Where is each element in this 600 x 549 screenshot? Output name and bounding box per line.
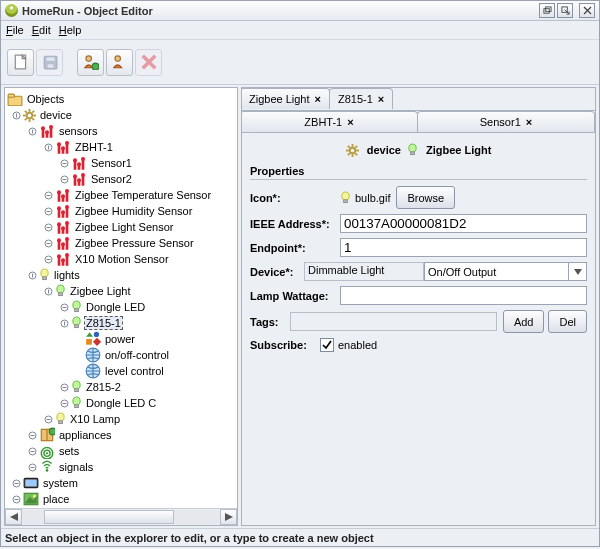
hscrollbar[interactable] xyxy=(5,508,237,525)
expand-icon[interactable] xyxy=(9,492,23,506)
tree-lights[interactable]: lights xyxy=(5,267,237,283)
chevron-down-icon[interactable] xyxy=(569,262,587,281)
expand-icon[interactable] xyxy=(41,236,55,250)
tree-power[interactable]: power xyxy=(5,331,237,347)
menu-file[interactable]: File xyxy=(6,24,24,36)
close-icon[interactable]: × xyxy=(526,116,532,128)
tool-new-button[interactable] xyxy=(7,49,34,76)
expand-icon[interactable] xyxy=(41,204,55,218)
gear-icon xyxy=(346,144,359,157)
add-button[interactable]: Add xyxy=(503,310,545,333)
gear-icon xyxy=(23,109,36,122)
subscribe-checkbox[interactable] xyxy=(320,338,334,352)
scroll-thumb[interactable] xyxy=(44,510,174,524)
tree-sensor2[interactable]: Sensor2 xyxy=(5,171,237,187)
tool-save-button[interactable] xyxy=(36,49,63,76)
scroll-right-button[interactable] xyxy=(220,509,237,525)
tree-place[interactable]: place xyxy=(5,491,237,507)
bulb-icon xyxy=(71,396,82,410)
ieee-input[interactable] xyxy=(340,214,587,233)
window-restore-button[interactable] xyxy=(539,3,555,18)
bulb-icon xyxy=(340,191,351,205)
tree-zbht1[interactable]: ZBHT-1 xyxy=(5,139,237,155)
icon-value: bulb.gif xyxy=(355,192,390,204)
collapse-icon[interactable] xyxy=(57,316,71,330)
tool-delete-button[interactable] xyxy=(135,49,162,76)
collapse-icon[interactable] xyxy=(41,284,55,298)
expand-icon[interactable] xyxy=(25,460,39,474)
menu-help[interactable]: Help xyxy=(59,24,82,36)
tree-sensors[interactable]: sensors xyxy=(5,123,237,139)
sensor-icon xyxy=(39,124,55,139)
close-icon[interactable]: × xyxy=(347,116,353,128)
browse-button[interactable]: Browse xyxy=(396,186,455,209)
expand-icon[interactable] xyxy=(41,220,55,234)
subscribe-label: Subscribe: xyxy=(250,339,320,351)
tree-dongleled[interactable]: Dongle LED xyxy=(5,299,237,315)
tree-device[interactable]: device xyxy=(5,107,237,123)
expand-icon[interactable] xyxy=(57,300,71,314)
endpoint-input[interactable] xyxy=(340,238,587,257)
expand-icon[interactable] xyxy=(41,188,55,202)
sensor-icon xyxy=(55,220,71,235)
close-icon[interactable]: × xyxy=(378,93,384,105)
tree-appliances[interactable]: appliances xyxy=(5,427,237,443)
device-label: Device*: xyxy=(250,266,304,278)
tree-zigbeelight[interactable]: Zigbee Light xyxy=(5,283,237,299)
ieee-label: IEEE Address*: xyxy=(250,218,340,230)
tree-z8151[interactable]: Z815-1 xyxy=(5,315,237,331)
tree-zhum[interactable]: Zigbee Humidity Sensor xyxy=(5,203,237,219)
tree-x10motion[interactable]: X10 Motion Sensor xyxy=(5,251,237,267)
endpoint-label: Endpoint*: xyxy=(250,242,340,254)
tree-sensor1[interactable]: Sensor1 xyxy=(5,155,237,171)
picture-icon xyxy=(23,492,39,507)
del-button[interactable]: Del xyxy=(548,310,587,333)
scroll-left-button[interactable] xyxy=(5,509,22,525)
tree-zpress[interactable]: Zigbee Pressure Sensor xyxy=(5,235,237,251)
window-maximize-button[interactable] xyxy=(557,3,573,18)
window-close-button[interactable] xyxy=(579,3,595,18)
tree-ztemp[interactable]: Zigbee Temperature Sensor xyxy=(5,187,237,203)
tree-x10lamp[interactable]: X10 Lamp xyxy=(5,411,237,427)
tab-zbht1[interactable]: ZBHT-1 × xyxy=(241,111,418,132)
expand-icon[interactable] xyxy=(41,252,55,266)
object-tree[interactable]: Objects device sensors ZBHT-1 xyxy=(5,88,237,508)
tree-sets[interactable]: sets xyxy=(5,443,237,459)
object-explorer: Objects device sensors ZBHT-1 xyxy=(4,87,238,526)
tree-z8152[interactable]: Z815-2 xyxy=(5,379,237,395)
expand-icon[interactable] xyxy=(57,380,71,394)
tree-system[interactable]: system xyxy=(5,475,237,491)
tab-z815-1[interactable]: Z815-1 × xyxy=(329,88,393,109)
expand-icon[interactable] xyxy=(57,156,71,170)
tree-level[interactable]: level control xyxy=(5,363,237,379)
tab-sensor1[interactable]: Sensor1 × xyxy=(417,111,595,132)
tool-add-user-button[interactable] xyxy=(77,49,104,76)
editor-panel: Zigbee Light × Z815-1 × ZBHT-1 × Sensor1… xyxy=(241,87,596,526)
collapse-icon[interactable] xyxy=(25,124,39,138)
expand-icon[interactable] xyxy=(41,412,55,426)
collapse-icon[interactable] xyxy=(41,140,55,154)
sensor-icon xyxy=(71,156,87,171)
tree-signals[interactable]: signals xyxy=(5,459,237,475)
subscribe-text: enabled xyxy=(338,339,377,351)
sensor-icon xyxy=(55,252,71,267)
collapse-icon[interactable] xyxy=(25,268,39,282)
expand-icon[interactable] xyxy=(57,172,71,186)
rings-icon xyxy=(39,444,55,459)
lamp-wattage-input[interactable] xyxy=(340,286,587,305)
expand-icon[interactable] xyxy=(25,428,39,442)
expand-icon[interactable] xyxy=(9,476,23,490)
tree-dongleledc[interactable]: Dongle LED C xyxy=(5,395,237,411)
close-icon[interactable]: × xyxy=(315,93,321,105)
device-dropdown[interactable]: On/Off Output xyxy=(424,262,569,281)
tab-zigbee-light[interactable]: Zigbee Light × xyxy=(241,88,330,109)
expand-icon[interactable] xyxy=(57,396,71,410)
tree-root[interactable]: Objects xyxy=(5,91,237,107)
tool-user-button[interactable] xyxy=(106,49,133,76)
tree-onoff[interactable]: on/off-control xyxy=(5,347,237,363)
collapse-icon[interactable] xyxy=(9,108,23,122)
expand-icon[interactable] xyxy=(25,444,39,458)
menu-edit[interactable]: Edit xyxy=(32,24,51,36)
tree-zlight[interactable]: Zigbee Light Sensor xyxy=(5,219,237,235)
editor-body: device Zigbee Light Properties Icon*: bu… xyxy=(242,132,595,525)
